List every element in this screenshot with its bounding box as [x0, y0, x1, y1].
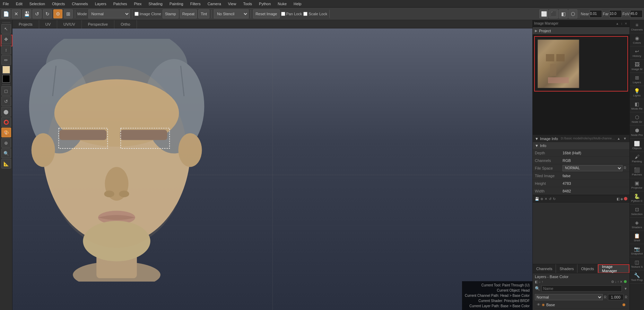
scale-lock-checkbox[interactable] [303, 12, 307, 16]
layers-icon-a[interactable]: ◧ [535, 280, 538, 284]
tool-rect[interactable]: ◻ [1, 86, 11, 96]
view-btn-3[interactable]: ◧ [559, 9, 568, 18]
sidebar-item-selection[interactable]: ⊡ Selection [630, 205, 644, 218]
menu-item-patches[interactable]: Patches [112, 2, 129, 6]
tool-measure[interactable]: 📐 [1, 159, 11, 169]
sidebar-item-history[interactable]: ↩ History [630, 46, 644, 60]
sidebar-item-python-c[interactable]: 🐍 Python C [630, 191, 644, 205]
tool-select[interactable]: ↖ [1, 24, 11, 34]
layer-base-item[interactable]: 👁 ◉ Base [535, 301, 627, 309]
blend-value-input[interactable] [608, 294, 624, 300]
blend-mode-select[interactable]: Normal [535, 294, 603, 300]
menu-item-selection[interactable]: Selection [28, 2, 46, 6]
menu-item-filters[interactable]: Filters [189, 2, 202, 6]
layers-icon-e[interactable]: ↓ [615, 280, 617, 284]
toolbar-undo-btn[interactable]: ↺ [33, 9, 42, 18]
menu-item-objects[interactable]: Objects [51, 2, 66, 6]
sidebar-item-lights[interactable]: 💡 Lights [630, 86, 644, 99]
sidebar-item-shelf[interactable]: 📋 Shelf [630, 231, 644, 244]
menu-item-painting[interactable]: Painting [168, 2, 185, 6]
image-clone-checkbox[interactable] [134, 12, 139, 16]
tab-perspective[interactable]: Perspective [82, 20, 114, 28]
tool-zoom[interactable]: 🔍 [1, 148, 11, 158]
layers-search-input[interactable] [541, 285, 622, 292]
fov-input[interactable] [630, 10, 643, 18]
tab-image-manager[interactable]: Image Manager [598, 264, 629, 273]
image-info-header[interactable]: ▼ Image Info D:/basic model/role/xyz/Mul… [533, 135, 629, 142]
far-input[interactable] [609, 10, 622, 18]
info-icon-2[interactable]: ⊕ [540, 197, 543, 201]
tool-stamp[interactable]: ⊕ [1, 138, 11, 148]
sidebar-item-node-pro[interactable]: ⬢ Node Pro [630, 126, 644, 139]
tool-scale[interactable]: ↕ [1, 45, 11, 54]
info-icon-1[interactable]: 💾 [535, 197, 539, 201]
file-space-select[interactable]: NORMAL [563, 165, 623, 171]
menu-item-nuke[interactable]: Nuke [276, 2, 288, 6]
layers-icon-b[interactable]: ↓ [539, 280, 541, 284]
sidebar-item-node-gr[interactable]: ⬡ Node Gr [630, 112, 644, 126]
image-preview-box[interactable] [534, 36, 628, 92]
info-icon-6[interactable]: ◧ [617, 197, 620, 201]
menu-item-channels[interactable]: Channels [70, 2, 89, 6]
menu-item-python[interactable]: Python [258, 2, 272, 6]
panel-close-icon[interactable]: ✕ [624, 22, 628, 25]
toolbar-save-btn[interactable]: 💾 [22, 9, 31, 18]
view-btn-1[interactable]: ⬜ [539, 9, 548, 18]
tint-btn[interactable]: Tint [198, 9, 209, 18]
panel-expand-icon[interactable]: ↕ [620, 22, 624, 25]
info-icon-4[interactable]: ↺ [549, 197, 551, 201]
image-browser-area[interactable] [533, 93, 629, 135]
sidebar-item-objects[interactable]: ⬜ Objects [630, 139, 644, 152]
menu-item-file[interactable]: File [1, 2, 10, 6]
tab-projects[interactable]: Projects [12, 20, 39, 28]
tool-circle[interactable]: ⬤ [1, 107, 11, 117]
sidebar-item-colors[interactable]: ◉ Colors [630, 33, 644, 46]
mode-select[interactable]: Normal [88, 9, 130, 18]
sidebar-item-painting[interactable]: 🖌 Painting [630, 152, 644, 165]
sidebar-item-projector[interactable]: ▣ Projector [630, 178, 644, 191]
tab-uv-uv[interactable]: UV/UV [57, 20, 82, 28]
tab-channels[interactable]: Channels [533, 264, 556, 273]
info-scroll-dn[interactable]: ▼ [623, 136, 627, 141]
menu-item-tools[interactable]: Tools [242, 2, 253, 6]
toolbar-new-btn[interactable]: 📄 [1, 9, 10, 18]
near-input[interactable] [590, 10, 602, 18]
panel-pin-icon[interactable]: ▲ [615, 22, 620, 25]
menu-item-edit[interactable]: Edit [15, 2, 24, 6]
sidebar-item-shaders[interactable]: ◈ Shaders [630, 218, 644, 231]
tab-shaders[interactable]: Shaders [556, 264, 577, 273]
layers-dropdown-icon[interactable]: ▼ [624, 287, 627, 291]
info-icon-7[interactable]: ◈ [620, 197, 623, 201]
view-btn-2[interactable]: ⬛ [549, 9, 558, 18]
sidebar-item-snapshot[interactable]: 📷 Snapshot [630, 244, 644, 257]
sidebar-item-layers[interactable]: ⊞ Layers [630, 73, 644, 86]
reset-image-btn[interactable]: Reset Image [253, 9, 279, 18]
view-btn-4[interactable]: ⬡ [568, 9, 577, 18]
stamp-btn[interactable]: Stamp [163, 9, 179, 18]
tab-ortho[interactable]: Ortho [114, 20, 137, 28]
sidebar-item-texture-s[interactable]: ◫ Texture S [630, 257, 644, 270]
toolbar-close-btn[interactable]: ✕ [12, 9, 21, 18]
tool-lasso[interactable]: ⭕ [1, 117, 11, 127]
info-icon-5[interactable]: ↻ [553, 197, 556, 201]
layers-icon-g[interactable]: ✕ [620, 280, 623, 284]
tool-rotate[interactable]: ↺ [1, 96, 11, 106]
bg-color-swatch[interactable] [2, 75, 10, 83]
layer-eye-icon[interactable]: 👁 [537, 303, 540, 307]
tool-move[interactable]: ✥ [1, 34, 11, 44]
repeat-btn[interactable]: Repeat [180, 9, 197, 18]
stencil-select[interactable]: No Stencil [214, 9, 249, 18]
menu-item-view[interactable]: View [227, 2, 238, 6]
tool-pen[interactable]: ✏ [1, 55, 11, 65]
toolbar-active-btn[interactable]: ⚙ [53, 9, 62, 18]
menu-item-ptex[interactable]: Ptex [133, 2, 143, 6]
sidebar-item-modo-re[interactable]: ◧ Modo Re [630, 99, 644, 112]
menu-item-camera[interactable]: Camera [206, 2, 223, 6]
fg-color-swatch[interactable] [2, 66, 10, 74]
info-icon-3[interactable]: ✕ [545, 197, 547, 201]
sidebar-item-patches[interactable]: ⬛ Patches [630, 165, 644, 178]
blend-r-btn[interactable]: R [625, 295, 627, 299]
viewport-3d-main[interactable]: Current Tool: Paint Through (U) Current … [12, 28, 532, 310]
toolbar-mesh-btn[interactable]: ⊞ [64, 9, 73, 18]
sidebar-item-image-m[interactable]: 🖼 Image M [630, 60, 644, 73]
